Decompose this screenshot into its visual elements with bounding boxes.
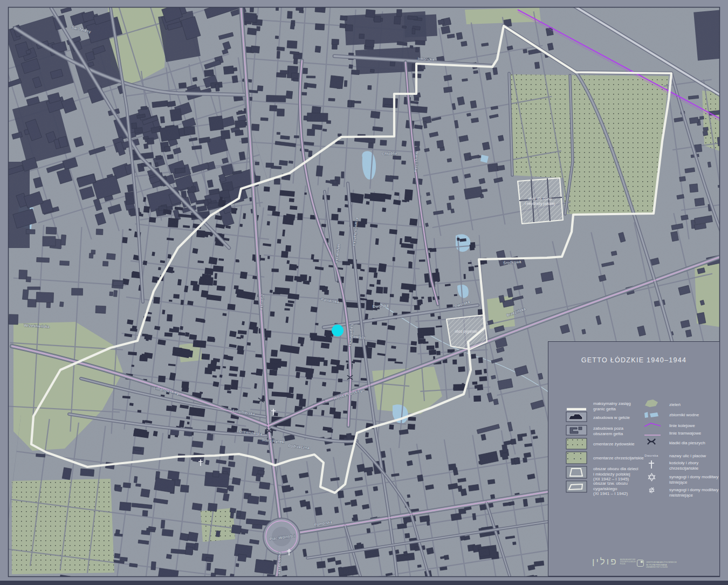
- crossed-star-icon: [643, 486, 660, 496]
- map-title: GETTO ŁÓDZKIE 1940–1944: [548, 356, 719, 364]
- street-name-sample: Dworska: [643, 454, 660, 457]
- gypsy-camp-icon: [566, 480, 587, 495]
- christian-cemetery-icon: [566, 451, 587, 466]
- cbz-logo-icon: [637, 560, 644, 567]
- water-icon: [643, 411, 660, 421]
- railway-icon: [643, 421, 660, 430]
- legend-panel: GETTO ŁÓDZKIE 1940–1944 maksymalny zasię…: [548, 341, 720, 576]
- map-document: Św. TeresyInflanckaWrześnieńskaLimanowsk…: [0, 0, 728, 585]
- location-marker: [332, 325, 344, 336]
- polin-logo: פולין MUZEUM HISTORII ŻYDÓW POLSKICH POL…: [592, 557, 636, 567]
- outside-building-icon: [566, 425, 587, 438]
- jewish-cemetery-icon: [566, 438, 587, 452]
- greenery-icon: [643, 398, 660, 410]
- bottom-edge-strip: [0, 581, 728, 585]
- polin-logo-glyph: פולין: [592, 557, 618, 567]
- cbz-logo: CENTRUM BADAŃ ŻYDOWSKICH IM. FILIPA FRIE…: [637, 560, 677, 569]
- children-camp-icon: [566, 466, 587, 481]
- star-of-david-icon: [643, 473, 660, 484]
- ghetto-building-icon: [566, 411, 587, 424]
- polin-logo-text: MUZEUM HISTORII ŻYDÓW POLSKICH POLIN: [620, 557, 636, 565]
- cbz-logo-text: CENTRUM BADAŃ ŻYDOWSKICH IM. FILIPA FRIE…: [646, 560, 677, 569]
- church-cross-icon: [643, 460, 660, 471]
- footbridge-icon: [643, 437, 660, 448]
